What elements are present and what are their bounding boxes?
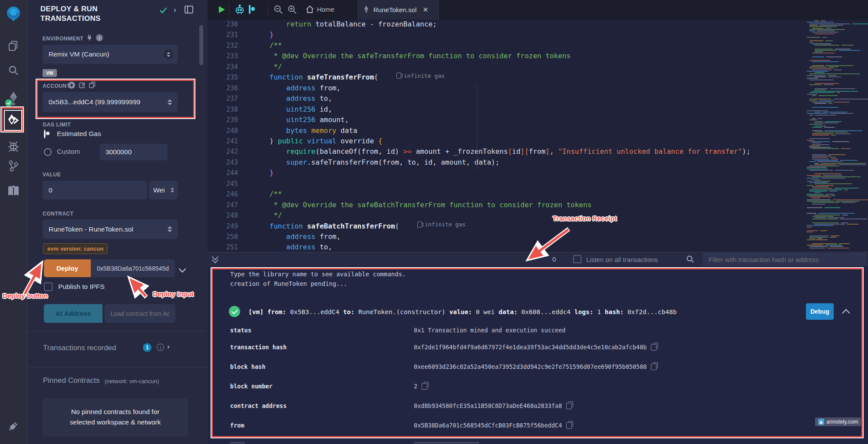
environment-info-icon[interactable]: i [96,34,103,41]
copy-icon[interactable] [651,344,657,351]
line-number: 246 [208,189,238,199]
copy-icon[interactable] [566,422,572,429]
value-unit: Wei [153,186,165,194]
tx-summary-line[interactable]: [vm] from: 0x5B3...eddC4 to: RuneToken.(… [248,308,677,315]
contract-stepper-icon[interactable] [166,225,173,234]
zoom-in-icon[interactable] [287,5,297,16]
gas-custom-radio[interactable] [44,148,52,156]
gas-estimated-label: Estimated Gas [57,130,101,138]
line-number: 249 [208,221,238,232]
home-tab-label[interactable]: Home [317,6,334,13]
deploy-constructor-input[interactable] [91,259,175,277]
contract-label: CONTRACT [43,211,73,217]
source-control-icon[interactable] [0,160,27,172]
ai-toggle-switch[interactable] [249,5,251,14]
filter-transactions-input[interactable] [703,253,867,266]
code-editor[interactable]: 230 return totalBalance - frozenBalance;… [208,20,868,252]
line-number: 235 [208,72,238,83]
environment-label: ENVIRONMENT [43,36,83,42]
listen-all-checkbox[interactable] [573,255,581,263]
receipt-row-label: block hash [230,363,265,370]
editor-minimap[interactable] [805,20,868,252]
line-number: 241 [208,136,238,146]
code-line: require(balanceOf(from, id) >= amount + … [253,146,750,157]
publish-ipfs-checkbox[interactable] [44,282,53,291]
contract-value: RuneToken - RuneToken.sol [49,225,133,233]
value-input[interactable]: 0 [43,181,147,199]
search-icon[interactable] [0,64,27,76]
zoom-out-icon[interactable] [274,5,283,16]
line-number: 247 [208,200,238,210]
gas-custom-value: 3000000 [106,148,132,156]
copy-icon[interactable] [422,383,427,390]
terminal-search-icon[interactable] [686,255,694,265]
deploy-button[interactable]: Deploy [44,259,91,277]
environment-stepper-icon[interactable] [164,50,173,59]
debugger-icon[interactable] [0,140,27,152]
line-number: 239 [208,115,238,125]
learn-book-icon[interactable] [0,185,27,197]
file-explorer-icon[interactable] [0,40,27,52]
debug-button[interactable]: Debug [806,303,834,320]
receipt-row-value: 0x5B38Da6a701c568545dCfcB03FcB875f56bedd… [414,422,572,429]
annotation-box-receipt [211,268,863,437]
account-stepper-icon[interactable] [166,97,173,107]
code-line: return totalBalance - frozenBalance; [253,20,437,30]
pinned-empty-line2: selected workspace & network [43,417,188,427]
receipt-row-value: 0xf2de1f964bfd4f9a6d67972f4e1dea39f53ac3… [414,344,657,351]
line-number: 251 [208,242,238,252]
plugin-manager-plug-icon[interactable] [0,420,27,433]
tab-runetoken[interactable]: RuneToken.sol ✕ [357,0,440,20]
account-copy-icon[interactable] [89,82,96,90]
copy-icon[interactable] [566,403,572,409]
environment-select[interactable]: Remix VM (Cancun) [43,45,178,64]
account-add-icon[interactable] [68,82,75,90]
ai-assistant-robot-icon[interactable] [234,4,245,17]
indent-guide [477,85,477,149]
environment-value: Remix VM (Cancun) [49,50,109,58]
publish-ipfs-label: Publish to IPFS [58,283,105,291]
terminal-expand-icon[interactable] [213,256,218,262]
account-select[interactable]: 0x5B3...eddC4 (99.999999999 [43,92,178,112]
home-tab-icon[interactable] [306,5,314,15]
code-line: function safeBatchTransferFrom(infinite … [253,221,465,232]
line-number: 248 [208,210,238,221]
line-number: 236 [208,83,238,93]
solidity-file-icon [363,6,369,14]
copy-icon[interactable] [651,364,657,370]
gas-estimated-radio[interactable] [44,129,46,139]
gas-custom-input[interactable]: 3000000 [99,144,168,160]
contract-select[interactable]: RuneToken - RuneToken.sol [43,219,178,239]
at-address-button[interactable]: At Address [44,304,102,323]
panel-layout-icon[interactable] [185,6,193,15]
environment-plug-icon[interactable] [86,34,92,43]
line-number: 232 [208,40,238,51]
deploy-expand-chevron-icon[interactable] [179,265,186,273]
panel-forward-icon[interactable]: › [174,6,176,14]
compiler-success-badge [4,99,13,107]
terminal-tx-count: 0 [552,255,556,263]
run-script-play-icon[interactable] [217,5,226,16]
receipt-row-label: from [230,422,244,429]
deploy-run-icon[interactable] [4,110,22,131]
value-unit-stepper-icon[interactable] [169,186,176,195]
listen-all-label: Listen on all transactions [586,256,658,263]
tab-close-icon[interactable]: ✕ [422,6,428,14]
remix-logo-icon[interactable] [0,5,27,22]
code-line: super.safeTransferFrom(from, to, id, amo… [253,157,499,168]
line-number: 231 [208,30,238,40]
terminal-line2: creation of RuneToken pending... [230,280,347,287]
line-number: 242 [208,146,238,157]
pinned-empty-line1: No pinned contracts found for [43,407,188,417]
line-number: 245 [208,179,238,189]
at-address-input[interactable] [105,304,175,323]
account-edit-icon[interactable] [79,82,86,90]
gas-custom-label: Custom [57,148,80,156]
transactions-expand-chevron[interactable]: › [167,342,170,351]
value-unit-select[interactable]: Wei [149,181,178,199]
divider [27,367,208,368]
panel-scrollbar-thumb[interactable] [199,25,203,65]
gas-limit-label: GAS LIMIT [43,122,71,128]
transactions-info-icon[interactable]: i [157,344,164,351]
receipt-row-value: 0x1 Transaction mined and execution succ… [414,327,566,334]
